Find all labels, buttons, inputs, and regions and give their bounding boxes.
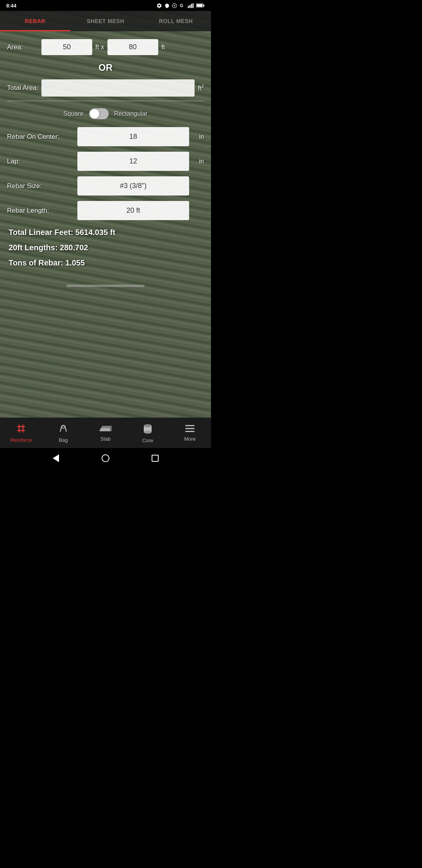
nav-core[interactable]: Core	[127, 418, 169, 448]
area-row: Area: ft x ft	[7, 39, 204, 55]
rebar-size-input[interactable]	[77, 176, 189, 195]
total-area-input[interactable]	[41, 79, 195, 97]
divider	[7, 100, 204, 101]
total-area-label: Total Area:	[7, 84, 38, 92]
rebar-length-row: Rebar Length:	[7, 201, 204, 220]
toggle-row: Square Rectangular	[7, 108, 204, 119]
tab-sheet-mesh[interactable]: SHEET MESH	[70, 11, 141, 31]
tab-rebar[interactable]: REBAR	[0, 11, 70, 31]
core-icon	[143, 423, 153, 436]
google-icon: G	[179, 3, 185, 9]
lap-label: Lap:	[7, 158, 73, 165]
total-linear-feet-result: Total Linear Feet: 5614.035 ft	[9, 228, 202, 237]
home-circle-icon	[102, 454, 109, 462]
svg-rect-8	[204, 5, 204, 6]
reinforce-icon	[16, 423, 27, 436]
nav-reinforce-label: Reinforce	[10, 437, 32, 443]
status-time: 8:44	[6, 3, 16, 9]
sim-icon	[188, 3, 194, 8]
rebar-on-center-input[interactable]	[77, 127, 189, 146]
rebar-length-input[interactable]	[77, 201, 189, 220]
area-width-input[interactable]	[41, 39, 92, 55]
svg-rect-6	[193, 3, 194, 8]
nav-core-label: Core	[142, 438, 153, 443]
tons-result: Tons of Rebar: 1.055	[9, 258, 202, 267]
rebar-length-label: Rebar Length:	[7, 207, 73, 215]
nav-slab[interactable]: Slab	[84, 418, 127, 448]
area-height-input[interactable]	[107, 39, 158, 55]
shape-toggle[interactable]	[89, 108, 109, 119]
area-x-label: ft x	[95, 43, 104, 51]
scroll-hint	[66, 285, 145, 287]
svg-rect-5	[191, 4, 192, 8]
home-button[interactable]	[101, 454, 110, 463]
nav-bag[interactable]: Bag	[42, 418, 84, 448]
tab-roll-mesh[interactable]: ROLL MESH	[141, 11, 211, 31]
svg-point-14	[62, 426, 65, 428]
rebar-size-label: Rebar Size:	[7, 182, 73, 190]
svg-rect-9	[197, 4, 202, 7]
back-arrow-icon	[53, 454, 59, 462]
svg-rect-23	[185, 431, 195, 432]
tab-bar: REBAR SHEET MESH ROLL MESH	[0, 11, 211, 31]
back-button[interactable]	[51, 454, 61, 463]
svg-rect-4	[190, 5, 191, 8]
area-ft-label: ft	[161, 43, 165, 51]
lap-row: Lap: in	[7, 152, 204, 171]
lap-input[interactable]	[77, 152, 189, 171]
bag-icon	[58, 423, 69, 436]
toggle-rectangular-label: Rectangular	[114, 110, 148, 117]
nav-more-label: More	[184, 436, 196, 442]
svg-marker-16	[101, 426, 112, 428]
system-bar	[0, 448, 211, 468]
shield-icon	[165, 3, 170, 9]
slab-icon	[99, 424, 112, 434]
svg-rect-21	[185, 425, 195, 426]
nav-bag-label: Bag	[59, 437, 68, 443]
bottom-nav: Reinforce Bag Slab	[0, 418, 211, 448]
results-section: Total Linear Feet: 5614.035 ft 20ft Leng…	[7, 228, 204, 267]
lengths-result: 20ft Lengths: 280.702	[9, 243, 202, 252]
area-label: Area:	[7, 43, 38, 51]
nav-more[interactable]: More	[169, 418, 211, 448]
total-area-row: Total Area: ft2	[7, 79, 204, 97]
svg-point-20	[144, 430, 152, 434]
svg-text:G: G	[180, 3, 183, 8]
svg-rect-22	[185, 428, 195, 429]
toggle-square-label: Square	[63, 110, 84, 117]
svg-rect-3	[188, 6, 189, 8]
svg-marker-1	[174, 5, 175, 6]
or-label: OR	[7, 62, 204, 73]
rebar-on-center-unit: in	[193, 133, 204, 140]
recent-button[interactable]	[150, 454, 160, 463]
settings-icon	[156, 3, 162, 9]
status-icons: G	[156, 3, 205, 9]
lap-unit: in	[193, 158, 204, 165]
rebar-size-row: Rebar Size:	[7, 176, 204, 195]
nav-slab-label: Slab	[100, 436, 111, 442]
status-bar: 8:44 G	[0, 0, 211, 11]
total-area-unit: ft2	[198, 84, 204, 92]
more-icon	[184, 424, 195, 434]
rebar-on-center-label: Rebar On Center:	[7, 133, 73, 141]
svg-marker-15	[99, 428, 112, 431]
rebar-on-center-row: Rebar On Center: in	[7, 127, 204, 146]
play-icon	[172, 3, 177, 9]
svg-point-19	[144, 424, 152, 427]
battery-icon	[196, 3, 205, 8]
recent-square-icon	[152, 455, 159, 462]
nav-reinforce[interactable]: Reinforce	[0, 418, 42, 448]
main-content: Area: ft x ft OR Total Area: ft2 Square …	[0, 31, 211, 278]
app-container: REBAR SHEET MESH ROLL MESH Area: ft x ft…	[0, 11, 211, 418]
